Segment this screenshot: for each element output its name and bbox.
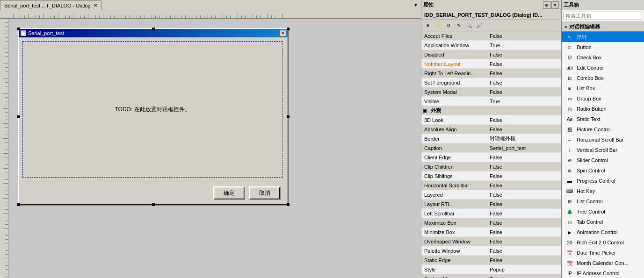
prop-row[interactable]: Palette WindowFalse xyxy=(421,246,561,256)
toolbox-item-icon: ▭ xyxy=(565,94,574,103)
toolbox-item-label: Tab Control xyxy=(577,219,603,225)
prop-value: True xyxy=(487,276,561,278)
prop-row[interactable]: Left ScrollbarFalse xyxy=(421,209,561,218)
toolbox-item[interactable]: ☑Check Box xyxy=(562,52,644,63)
prop-row[interactable]: StylePopup xyxy=(421,265,561,274)
toolbox-item[interactable]: ▬Progress Control xyxy=(562,176,644,186)
properties-pin-button[interactable]: ⊕ xyxy=(543,1,550,9)
selection-handle-tl[interactable] xyxy=(17,28,20,30)
prop-row[interactable]: System MenuTrue xyxy=(421,274,561,278)
toolbox-item[interactable]: 📅Date Time Picker xyxy=(562,248,644,258)
prop-row[interactable]: Set ForegroundFalse xyxy=(421,78,561,87)
tab-close-icon[interactable]: ✕ xyxy=(94,3,97,8)
props-tool-btn-1[interactable]: ≡ xyxy=(423,21,433,30)
toolbox-item-label: Animation Control xyxy=(577,229,617,235)
prop-row[interactable]: Maximize BoxFalse xyxy=(421,218,561,228)
prop-row[interactable]: 3D LookFalse xyxy=(421,115,561,125)
dialog-close-button[interactable]: ✕ xyxy=(280,30,286,36)
tab-scroll-arrow[interactable]: ▼ xyxy=(411,1,421,8)
toolbox-item-icon: 📆 xyxy=(565,259,574,267)
toolbox-item[interactable]: ◎Radio Button xyxy=(562,104,644,114)
toolbox-item[interactable]: ⊡Combo Box xyxy=(562,73,644,83)
prop-row[interactable]: Horizontal ScrollbarFalse xyxy=(421,181,561,190)
toolbox-item[interactable]: IPIP Address Control xyxy=(562,268,644,278)
props-tool-btn-2[interactable]: ⚡ xyxy=(434,21,443,30)
toolbox-item[interactable]: ▶Animation Control xyxy=(562,227,644,237)
dialog-inner-box[interactable]: TODO: 在此放置对话框控件。 xyxy=(22,41,282,178)
prop-name: Layered xyxy=(421,192,487,198)
toolbox-section-header[interactable]: 对话框编辑器 xyxy=(562,22,644,32)
prop-row[interactable]: Border对话框外框 xyxy=(421,134,561,143)
prop-row[interactable]: Client EdgeFalse xyxy=(421,153,561,162)
props-tool-btn-3[interactable]: ↺ xyxy=(444,21,453,30)
prop-row[interactable]: Clip ChildrenFalse xyxy=(421,162,561,171)
prop-row[interactable]: Application WindowTrue xyxy=(421,41,561,50)
toolbox-item[interactable]: ↕Vertical Scroll Bar xyxy=(562,145,644,155)
toolbox-item[interactable]: ▭Group Box xyxy=(562,93,644,104)
properties-table[interactable]: Accept FilesFalseApplication WindowTrueD… xyxy=(421,31,561,278)
toolbox-item-icon: 🖼 xyxy=(565,125,574,134)
prop-name: Application Window xyxy=(421,43,487,48)
ok-button[interactable]: 确定 xyxy=(213,186,245,200)
section-expand-icon[interactable]: ▣ xyxy=(421,108,428,113)
toolbox-item[interactable]: ↔Horizontal Scroll Bar xyxy=(562,135,644,145)
toolbox-item[interactable]: 20Rich Edit 2.0 Control xyxy=(562,237,644,248)
properties-close-button[interactable]: ✕ xyxy=(551,1,559,9)
toolbox-item-icon: ↔ xyxy=(565,135,574,144)
toolbox-item[interactable]: AaStatic Text xyxy=(562,114,644,124)
prop-row[interactable]: Accept FilesFalse xyxy=(421,31,561,41)
prop-row[interactable]: LayeredFalse xyxy=(421,190,561,200)
prop-value: Popup xyxy=(487,267,561,272)
toolbox-search-input[interactable] xyxy=(564,12,642,20)
prop-name: System Menu xyxy=(421,276,487,278)
prop-row[interactable]: Clip SiblingsFalse xyxy=(421,171,561,181)
prop-row[interactable]: VisibleTrue xyxy=(421,97,561,106)
cancel-button[interactable]: 取消 xyxy=(249,186,281,200)
prop-row[interactable]: Minimize BoxFalse xyxy=(421,228,561,237)
prop-name: Overlapped Window xyxy=(421,239,487,244)
props-tool-btn-4[interactable]: ✎ xyxy=(454,21,463,30)
toolbox-item[interactable]: 📆Month Calendar Con... xyxy=(562,258,644,268)
dialog-content[interactable]: TODO: 在此放置对话框控件。 确定 取消 xyxy=(19,37,288,205)
prop-value: False xyxy=(487,127,561,132)
prop-row[interactable]: Right To Left Readin...False xyxy=(421,69,561,78)
toolbox-item[interactable]: ⊞List Control xyxy=(562,196,644,207)
dialog-window[interactable]: ▣ Serial_port_test ✕ TODO: 在此放置对话框控件。 确定… xyxy=(18,28,289,206)
prop-name: Border xyxy=(421,136,487,142)
prop-row[interactable]: NoInheritLayoutFalse xyxy=(421,59,561,69)
prop-row[interactable]: DisabledFalse xyxy=(421,50,561,59)
props-tool-btn-5[interactable]: 🔍 xyxy=(464,21,474,30)
tab-dialog[interactable]: Serial_port_test....T_DIALOG - Dialog ✕ xyxy=(0,0,101,11)
toolbox-item-label: Slider Control xyxy=(577,157,608,163)
prop-row[interactable]: CaptionSerial_port_test xyxy=(421,143,561,153)
toolbox-item[interactable]: ▭Tab Control xyxy=(562,217,644,227)
toolbox-item-label: Rich Edit 2.0 Control xyxy=(577,240,624,245)
props-tool-btn-6[interactable]: 🔎 xyxy=(475,21,484,30)
prop-value: False xyxy=(487,173,561,179)
toolbox-item-icon: ☑ xyxy=(565,53,574,62)
toolbox-item[interactable]: ⊕Spin Control xyxy=(562,165,644,176)
tab-label: Serial_port_test....T_DIALOG - Dialog xyxy=(4,3,91,8)
toolbox-item[interactable]: ↖指针 xyxy=(562,32,644,42)
toolbox-item[interactable]: ablEdit Control xyxy=(562,63,644,73)
toolbox-item[interactable]: 🌲Tree Control xyxy=(562,207,644,217)
prop-name: Palette Window xyxy=(421,248,487,254)
selection-handle-tr[interactable] xyxy=(287,28,289,30)
toolbox-item[interactable]: □Button xyxy=(562,42,644,52)
toolbox-item[interactable]: ≡List Box xyxy=(562,83,644,93)
toolbox-section-label: 对话框编辑器 xyxy=(569,23,600,30)
toolbox-item-icon: ↕ xyxy=(565,146,574,154)
prop-row[interactable]: Static EdgeFalse xyxy=(421,256,561,265)
prop-row[interactable]: System ModalFalse xyxy=(421,87,561,97)
prop-row[interactable]: Absolute AlignFalse xyxy=(421,125,561,134)
toolbox-item[interactable]: ⊝Slider Control xyxy=(562,155,644,165)
prop-row[interactable]: ▣外观 xyxy=(421,106,561,115)
selection-handle-tc[interactable] xyxy=(152,28,155,30)
toolbox-item[interactable]: ⌨Hot Key xyxy=(562,186,644,196)
canvas-area[interactable]: ▣ Serial_port_test ✕ TODO: 在此放置对话框控件。 确定… xyxy=(8,19,421,278)
prop-value: False xyxy=(487,117,561,123)
properties-subtitle: IDD_SERIAL_PORT_TEST_DIALOG (Dialog) ID.… xyxy=(421,10,561,20)
prop-row[interactable]: Layout RTLFalse xyxy=(421,200,561,209)
toolbox-item[interactable]: 🖼Picture Control xyxy=(562,124,644,135)
prop-row[interactable]: Overlapped WindowFalse xyxy=(421,237,561,246)
